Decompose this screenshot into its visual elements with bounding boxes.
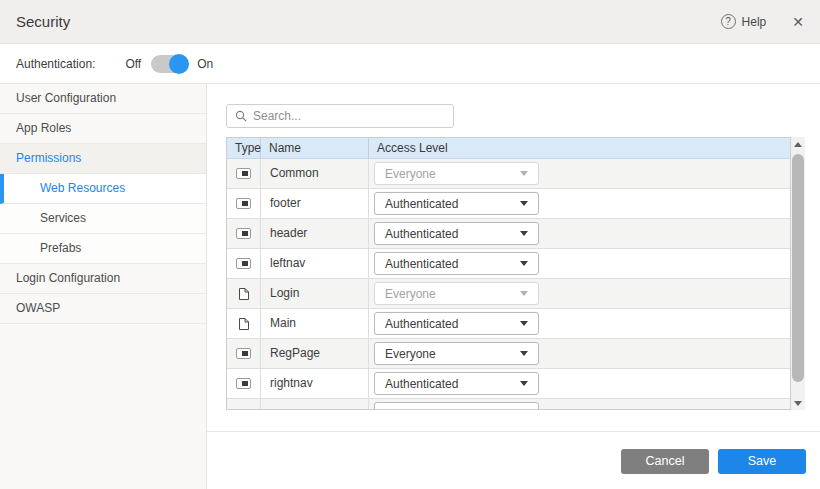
chevron-down-icon [520,261,528,266]
access-level-value: Everyone [385,287,436,301]
footer-divider [207,431,820,432]
close-icon[interactable]: ✕ [792,15,804,29]
access-level-value: Authenticated [385,197,458,211]
access-level-dropdown[interactable] [374,402,539,409]
access-level-dropdown[interactable]: Authenticated [374,222,539,245]
sidebar-item-services[interactable]: Services [0,204,206,234]
chevron-down-icon [520,321,528,326]
access-level-value: Everyone [385,167,436,181]
name-cell: Common [261,159,369,188]
search-box [226,104,454,128]
name-cell: leftnav [261,249,369,278]
access-level-dropdown[interactable]: Authenticated [374,372,539,395]
type-cell [227,309,261,338]
sidebar-item-prefabs[interactable]: Prefabs [0,234,206,264]
chevron-down-icon [520,381,528,386]
table-row: CommonEveryone [227,159,790,189]
authentication-toggle[interactable] [151,55,187,73]
authentication-label: Authentication: [16,57,95,71]
access-level-dropdown[interactable]: Authenticated [374,252,539,275]
chevron-down-icon [520,201,528,206]
search-input[interactable] [253,109,445,123]
help-label: Help [742,15,767,29]
save-button[interactable]: Save [718,449,806,474]
access-level-dropdown[interactable]: Authenticated [374,192,539,215]
scrollbar-thumb[interactable] [792,154,804,382]
help-button[interactable]: ? Help [721,14,767,29]
access-level-value: Authenticated [385,377,458,391]
access-level-value: Authenticated [385,257,458,271]
partial-icon [236,168,251,179]
type-cell [227,159,261,188]
page-icon [238,317,250,331]
cancel-button[interactable]: Cancel [621,449,709,474]
sidebar-item-owasp[interactable]: OWASP [0,294,206,324]
chevron-down-icon [520,291,528,296]
sidebar-item-login-configuration[interactable]: Login Configuration [0,264,206,294]
scroll-down-icon[interactable] [791,396,805,410]
partial-icon [236,378,251,389]
name-cell: header [261,219,369,248]
table: Type Name Access Level CommonEveryonefoo… [226,137,791,410]
name-cell: Main [261,309,369,338]
type-cell [227,369,261,398]
type-cell [227,279,261,308]
sidebar-item-user-configuration[interactable]: User Configuration [0,84,206,114]
chevron-down-icon [520,231,528,236]
name-cell: Login [261,279,369,308]
table-row: footerAuthenticated [227,189,790,219]
partial-icon [236,198,251,209]
column-header-type: Type [227,138,261,158]
name-cell: rightnav [261,369,369,398]
access-level-cell: Everyone [369,159,790,188]
access-level-dropdown[interactable]: Everyone [374,342,539,365]
vertical-scrollbar[interactable] [791,137,805,410]
sidebar-item-web-resources[interactable]: Web Resources [0,174,206,204]
table-row [227,399,790,409]
sidebar: User Configuration App Roles Permissions… [0,84,207,489]
toggle-on-label: On [197,57,213,71]
name-cell [261,399,369,409]
titlebar: Security ? Help ✕ [0,0,820,44]
type-cell [227,339,261,368]
access-level-dropdown: Everyone [374,162,539,185]
sidebar-item-permissions[interactable]: Permissions [0,144,206,174]
table-row: MainAuthenticated [227,309,790,339]
access-level-value: Everyone [385,347,436,361]
table-row: headerAuthenticated [227,219,790,249]
table-row: rightnavAuthenticated [227,369,790,399]
access-level-dropdown[interactable]: Authenticated [374,312,539,335]
sidebar-item-app-roles[interactable]: App Roles [0,114,206,144]
toggle-knob [169,54,189,74]
scroll-up-icon[interactable] [791,137,805,151]
table-row: leftnavAuthenticated [227,249,790,279]
access-level-cell: Authenticated [369,369,790,398]
page-title: Security [16,13,70,30]
magnifier-icon [235,110,247,122]
help-icon: ? [721,14,736,29]
access-level-value: Authenticated [385,317,458,331]
access-level-cell: Authenticated [369,189,790,218]
page-icon [238,287,250,301]
access-level-cell: Authenticated [369,219,790,248]
type-cell [227,219,261,248]
chevron-down-icon [520,351,528,356]
access-level-dropdown: Everyone [374,282,539,305]
access-level-cell: Everyone [369,339,790,368]
table-header: Type Name Access Level [227,138,790,159]
type-cell [227,399,261,409]
table-row: RegPageEveryone [227,339,790,369]
toggle-off-label: Off [125,57,141,71]
table-body: CommonEveryonefooterAuthenticatedheaderA… [227,159,790,409]
security-dialog: Security ? Help ✕ Authentication: Off On… [0,0,820,489]
type-cell [227,189,261,218]
table-row: LoginEveryone [227,279,790,309]
web-resources-table: Type Name Access Level CommonEveryonefoo… [226,137,805,410]
access-level-value: Authenticated [385,227,458,241]
access-level-cell: Authenticated [369,249,790,278]
partial-icon [236,348,251,359]
name-cell: RegPage [261,339,369,368]
main-content: Type Name Access Level CommonEveryonefoo… [207,84,820,489]
type-cell [227,249,261,278]
authentication-bar: Authentication: Off On [0,44,820,84]
